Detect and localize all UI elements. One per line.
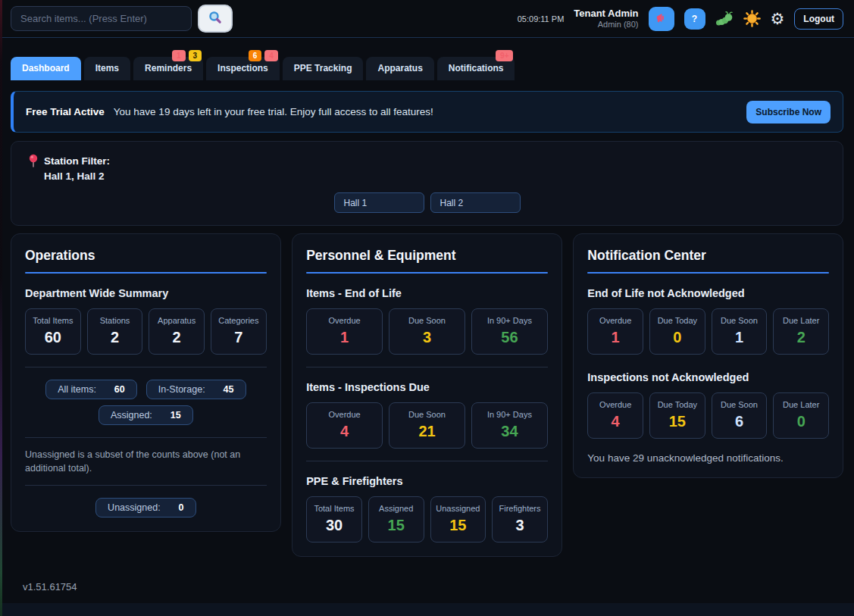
- stat-label: Unassigned: [433, 504, 484, 513]
- tab-label: Items: [95, 63, 119, 73]
- divider: [25, 485, 267, 486]
- stat-label: In 90+ Days: [474, 410, 546, 419]
- top-bar-right: 05:09:11 PM Tenant Admin Admin (80) ?: [518, 7, 843, 31]
- stat-label: Stations: [89, 316, 141, 325]
- stat-tile: Overdue 1: [587, 308, 643, 355]
- unassigned-pill-row: Unassigned: 0: [25, 498, 267, 518]
- app-screen: 05:09:11 PM Tenant Admin Admin (80) ?: [0, 0, 854, 616]
- pill-label: In-Storage:: [158, 384, 205, 395]
- in-storage-pill: In-Storage: 45: [146, 380, 246, 399]
- free-trial-banner: Free Trial Active You have 19 days left …: [11, 91, 843, 133]
- tab-badges: 6 4: [249, 50, 278, 61]
- stat-tile: Due Soon 1: [712, 308, 768, 355]
- inspections-badge-1: 6: [249, 50, 262, 61]
- tab-notifications[interactable]: Notifications 9+: [437, 57, 515, 80]
- pill-value: 60: [114, 384, 125, 395]
- unacknowledged-summary: You have 29 unacknowledged notifications…: [587, 452, 829, 464]
- stat-label: Apparatus: [151, 316, 202, 325]
- tab-inspections[interactable]: Inspections 6 4: [206, 57, 280, 80]
- operations-title: Operations: [25, 248, 267, 264]
- eol-not-acknowledged-tiles: Overdue 1 Due Today 0 Due Soon 1 Due Lat…: [587, 308, 829, 355]
- stat-label: Due Later: [775, 316, 827, 325]
- tab-label: Apparatus: [377, 63, 422, 73]
- divider: [25, 367, 267, 367]
- question-mark-icon: ?: [692, 14, 697, 24]
- pill-value: 45: [224, 384, 234, 395]
- hall-2-button[interactable]: Hall 2: [430, 192, 521, 213]
- stat-value: 34: [474, 423, 546, 440]
- stat-tile: Overdue 1: [306, 308, 383, 355]
- stat-label: Assigned: [371, 504, 422, 513]
- pill-label: All items:: [58, 384, 96, 395]
- user-name: Tenant Admin: [574, 8, 638, 20]
- stat-value: 30: [308, 517, 360, 534]
- stat-label: Overdue: [590, 316, 641, 325]
- stat-value: 2: [151, 329, 202, 346]
- pill-value: 0: [179, 502, 184, 513]
- tab-ppe-tracking[interactable]: PPE Tracking: [283, 57, 364, 80]
- stat-tile: Unassigned 15: [430, 496, 486, 543]
- hall-1-button[interactable]: Hall 1: [334, 192, 424, 213]
- unassigned-note: Unassigned is a subset of the counts abo…: [25, 448, 267, 475]
- stat-tile: Firefighters 3: [492, 496, 548, 543]
- tab-apparatus[interactable]: Apparatus: [366, 57, 433, 80]
- personnel-title: Personnel & Equipment: [306, 248, 548, 264]
- tab-dashboard[interactable]: Dashboard: [11, 57, 81, 80]
- announcements-button[interactable]: [649, 7, 674, 31]
- subscribe-now-button[interactable]: Subscribe Now: [746, 101, 831, 124]
- operations-card: Operations Department Wide Summary Total…: [11, 233, 281, 532]
- stat-tile: Apparatus 2: [149, 308, 205, 355]
- trial-title: Free Trial Active: [26, 106, 105, 117]
- station-filter-value: Hall 1, Hall 2: [44, 169, 110, 184]
- stat-value: 1: [590, 329, 641, 346]
- stat-tile: In 90+ Days 56: [471, 308, 548, 355]
- stat-value: 15: [652, 413, 703, 430]
- stat-value: 0: [775, 413, 827, 430]
- help-button[interactable]: ?: [684, 8, 705, 30]
- stat-tile: Total Items 30: [306, 496, 362, 543]
- inspections-due-tiles: Overdue 4 Due Soon 21 In 90+ Days 34: [306, 402, 548, 449]
- station-filter-label: Station Filter:: [44, 154, 110, 169]
- station-filter-head: Station Filter: Hall 1, Hall 2: [28, 154, 826, 185]
- megaphone-icon: [655, 12, 667, 26]
- search-button[interactable]: [198, 5, 233, 33]
- tab-items[interactable]: Items: [84, 57, 130, 80]
- department-summary-title: Department Wide Summary: [25, 287, 267, 299]
- caterpillar-icon[interactable]: [715, 11, 734, 27]
- inspections-badge-2: 4: [264, 50, 278, 61]
- stat-label: In 90+ Days: [474, 316, 546, 325]
- stat-label: Total Items: [27, 316, 79, 325]
- stat-value: 56: [474, 329, 546, 346]
- pill-label: Assigned:: [111, 410, 152, 421]
- stat-tile: Due Today 0: [649, 308, 705, 355]
- tab-badges: 9+: [496, 50, 513, 61]
- search-input[interactable]: [11, 6, 192, 31]
- tab-reminders[interactable]: Reminders 1 3: [133, 57, 203, 80]
- app-version: v1.51.61754: [23, 581, 843, 593]
- stat-value: 60: [27, 329, 79, 346]
- stat-tile: Due Today 15: [649, 392, 705, 439]
- reminders-badge-2: 3: [189, 50, 202, 61]
- sun-icon[interactable]: [743, 10, 761, 27]
- page-content: Dashboard Items Reminders 1 3 Inspection…: [0, 57, 854, 593]
- logout-button[interactable]: Logout: [794, 8, 843, 30]
- stat-tile: Due Later 2: [773, 308, 829, 355]
- assigned-pill-row: Assigned: 15: [25, 405, 267, 425]
- stat-value: 15: [433, 517, 484, 534]
- stat-label: Due Soon: [391, 316, 463, 325]
- stat-tile: Due Soon 3: [389, 308, 465, 355]
- stat-label: Due Later: [775, 400, 827, 409]
- stat-label: Due Today: [652, 316, 703, 325]
- trial-message: You have 19 days left in your free trial…: [114, 106, 433, 117]
- stat-tile: Overdue 4: [306, 402, 383, 449]
- ppe-firefighters-title: PPE & Firefighters: [306, 475, 548, 487]
- tab-label: Dashboard: [22, 63, 70, 73]
- tab-bar: Dashboard Items Reminders 1 3 Inspection…: [11, 57, 843, 80]
- user-role: Admin (80): [574, 20, 638, 30]
- settings-gear-icon[interactable]: ⚙: [771, 11, 785, 27]
- station-filter-buttons: Hall 1 Hall 2: [11, 192, 843, 213]
- station-filter-texts: Station Filter: Hall 1, Hall 2: [44, 154, 110, 185]
- tab-label: PPE Tracking: [294, 63, 352, 73]
- inspections-not-acknowledged-tiles: Overdue 4 Due Today 15 Due Soon 6 Due La…: [587, 392, 829, 439]
- stat-tile: Stations 2: [87, 308, 143, 355]
